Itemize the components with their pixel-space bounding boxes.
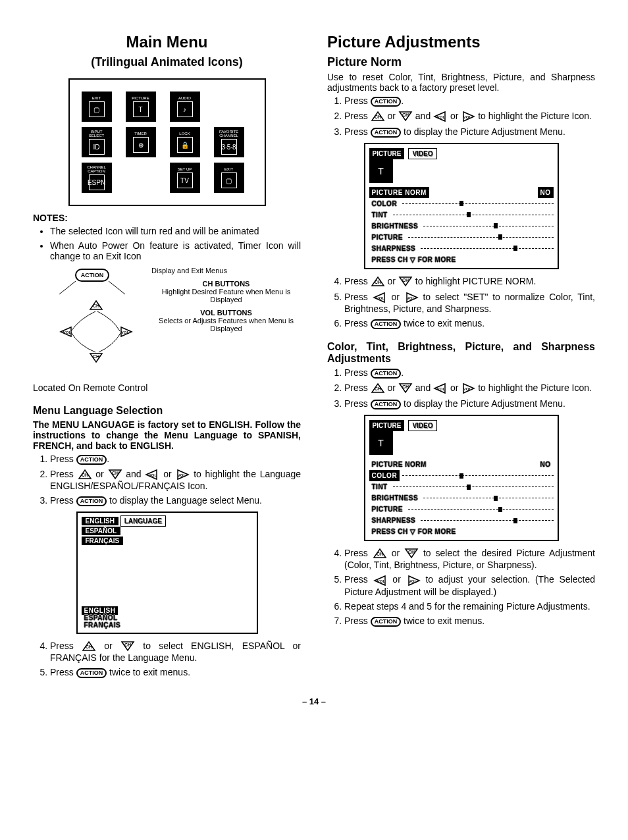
list-item: Press ACTION to display the Picture Adju… <box>344 126 595 138</box>
vol-left-icon <box>373 575 388 587</box>
osd-lang-francais: FRANÇAIS <box>82 537 124 545</box>
svg-text:ACTION: ACTION <box>81 272 104 278</box>
list-item: Press ACTION. <box>344 95 595 107</box>
menu-icon-picture: PICTURET <box>126 92 156 122</box>
osd-row-label: COLOR <box>369 198 400 209</box>
osd-row-label: COLOR <box>369 470 400 481</box>
osd-row-label: SHARPNESS <box>369 243 419 254</box>
ch-up-icon <box>373 548 387 560</box>
osd-row-label: TINT <box>369 209 390 221</box>
osd-slider <box>402 473 553 479</box>
ch-down-icon <box>404 548 419 560</box>
osd-footer: PRESS CH ▽ FOR MORE <box>369 527 554 536</box>
picture-icon: T <box>369 159 393 183</box>
picture-norm-title: Picture Norm <box>327 55 595 69</box>
adjustments-steps: Press ACTION. Press or and or to highlig… <box>327 367 595 409</box>
list-item: Press ACTION. <box>50 454 301 465</box>
list-item: Press or to select ENGLISH, ESPAÑOL or F… <box>50 641 301 663</box>
remote-text: Display and Exit Menus CH BUTTONS Highli… <box>151 267 301 332</box>
picture-icon: T <box>369 431 393 455</box>
osd-row: BRIGHTNESS <box>369 492 554 504</box>
page-columns: Main Menu (Trilingual Animated Icons) EX… <box>33 26 595 683</box>
osd-slider <box>421 518 553 523</box>
menu-language-steps-cont: Press or to select ENGLISH, ESPAÑOL or F… <box>33 641 301 678</box>
osd-row-label: TINT <box>369 481 390 492</box>
action-button-icon: ACTION <box>371 97 402 107</box>
action-button-icon: ACTION <box>76 496 107 506</box>
ch-down-icon <box>120 641 135 652</box>
osd-row-label: PICTURE <box>369 504 406 515</box>
osd-row: PICTURE <box>369 504 554 515</box>
right-column: Picture Adjustments Picture Norm Use to … <box>327 26 595 683</box>
menu-icon-input-select: INPUT SELECTID <box>82 127 112 157</box>
ch-down-icon <box>398 382 413 394</box>
action-button-icon: ACTION <box>76 455 107 465</box>
osd-slider <box>393 212 554 217</box>
menu-icon-lock: LOCK🔒 <box>170 127 200 157</box>
main-menu-title: Main Menu <box>33 33 301 51</box>
osd-row: COLOR <box>369 470 554 481</box>
list-item: Repeat steps 4 and 5 for the remaining P… <box>344 601 595 612</box>
osd-row-label: BRIGHTNESS <box>369 492 421 504</box>
osd-row: PICTURE NORMNO <box>369 459 554 470</box>
menu-icon-favorite-channel: FAVORITE CHANNEL3·5·8 <box>214 127 244 157</box>
menu-icon-audio: AUDIO♪ <box>170 92 200 122</box>
list-item: Press or and or to highlight the Picture… <box>344 111 595 122</box>
language-osd-box: ENGLISH LANGUAGE ESPAÑOL FRANÇAIS ENGLIS… <box>76 512 258 634</box>
notes-label: NOTES: <box>33 213 301 223</box>
osd-row-label: BRIGHTNESS <box>369 221 421 232</box>
osd-lang-francais-b: FRANÇAIS <box>82 621 124 629</box>
vol-left-icon <box>373 292 387 303</box>
osd-row: TINT <box>369 209 554 221</box>
osd-row: SHARPNESS <box>369 515 554 526</box>
vol-right-icon <box>406 575 421 587</box>
osd-lang-espanol: ESPAÑOL <box>82 527 121 535</box>
list-item: Press ACTION to display the Language sel… <box>50 495 301 506</box>
picture-osd-box-2: PICTURE T VIDEO PICTURE NORMNOCOLORTINTB… <box>364 415 559 541</box>
menu-icon-channel-caption: CHANNEL CAPTIONESPN <box>82 163 112 193</box>
adjustments-title: Color, Tint, Brightness, Picture, and Sh… <box>327 341 595 365</box>
osd-no-label: NO <box>538 187 554 198</box>
vol-right-icon <box>461 111 475 122</box>
osd-row: COLOR <box>369 198 554 209</box>
ch-up-icon <box>78 469 92 481</box>
osd-row-label: SHARPNESS <box>369 515 419 526</box>
osd-slider <box>421 246 553 251</box>
ch-up-icon <box>371 276 385 288</box>
action-button-icon: ACTION <box>371 400 402 409</box>
picture-norm-steps-cont: Press or to highlight PICTURE NORM. Pres… <box>327 276 595 329</box>
osd-slider <box>423 496 553 501</box>
osd-row-label: PICTURE NORM <box>369 459 429 470</box>
osd-slider <box>402 201 553 206</box>
list-item: Press or to adjust your selection. (The … <box>344 574 595 596</box>
vol-buttons-body: Selects or Adjusts Features when Menu is… <box>151 317 301 332</box>
menu-icon-set-up: SET UPTV <box>170 163 200 193</box>
list-item: Press or to select "SET" to normalize Co… <box>344 292 595 314</box>
picture-adjustments-title: Picture Adjustments <box>327 33 595 51</box>
list-item: Press ACTION to display the Picture Adju… <box>344 398 595 409</box>
main-menu-subtitle: (Trilingual Animated Icons) <box>33 55 301 69</box>
page-number: – 14 – <box>33 696 595 706</box>
list-item: Press ACTION twice to exit menus. <box>50 667 301 678</box>
list-item: Press or and or to highlight the Languag… <box>50 469 301 491</box>
ch-up-icon <box>371 111 385 122</box>
vol-buttons-head: VOL BUTTONS <box>151 309 301 317</box>
ch-up-icon <box>371 382 385 394</box>
osd-tab-video: VIDEO <box>408 420 436 431</box>
list-item: Press ACTION. <box>344 367 595 379</box>
osd-tab-picture: PICTURE <box>369 420 405 431</box>
remote-diagram: ACTION Display and Exit Menus CH BUTTONS… <box>33 267 301 379</box>
list-item: Press ACTION twice to exit menus. <box>344 318 595 329</box>
osd-slider <box>408 507 554 512</box>
action-button-icon: ACTION <box>371 617 402 627</box>
list-item: Press or to select the desired Picture A… <box>344 548 595 570</box>
vol-left-icon <box>433 382 448 394</box>
osd-row: BRIGHTNESS <box>369 221 554 232</box>
osd-row: SHARPNESS <box>369 243 554 254</box>
osd-row: TINT <box>369 481 554 492</box>
ch-buttons-body: Highlight Desired Feature when Menu is D… <box>151 288 301 303</box>
ch-buttons-head: CH BUTTONS <box>151 280 301 288</box>
ch-down-icon <box>398 276 413 288</box>
osd-slider <box>408 234 554 240</box>
display-exit-label: Display and Exit Menus <box>151 267 301 275</box>
